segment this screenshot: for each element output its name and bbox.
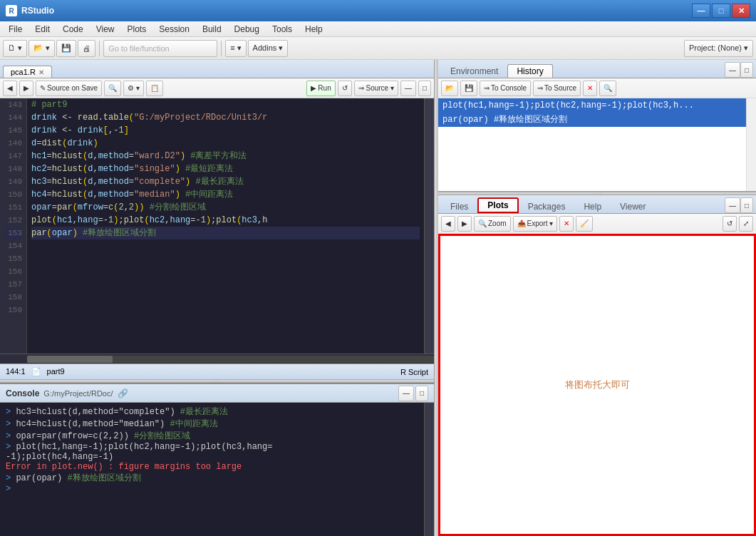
right-panel: Environment History — □ 📂 💾 ⇒ To Console <box>438 60 756 536</box>
status-file-icon: 📄 <box>31 367 41 376</box>
editor-tab-label: pca1.R <box>11 68 36 76</box>
go-to-file-button[interactable]: Go to file/function <box>103 40 217 57</box>
tab-plots[interactable]: Plots <box>477 197 518 213</box>
history-save-button[interactable]: 💾 <box>460 81 477 96</box>
menu-debug[interactable]: Debug <box>229 23 265 36</box>
minimize-console-button[interactable]: — <box>398 386 414 401</box>
app-title: RStudio <box>21 6 54 16</box>
project-button[interactable]: Project: (None) ▾ <box>684 40 753 57</box>
source-on-save-button[interactable]: ✎ Source on Save <box>36 81 102 96</box>
plots-zoom-button[interactable]: 🔍 Zoom <box>474 216 511 232</box>
window-controls[interactable]: — □ ✕ <box>692 4 750 18</box>
editor-tab-pca1[interactable]: pca1.R ✕ <box>3 66 52 78</box>
tab-files[interactable]: Files <box>441 200 477 213</box>
history-vertical-scrollbar[interactable] <box>746 98 756 191</box>
plots-back-button[interactable]: ◀ <box>441 216 455 232</box>
tab-help[interactable]: Help <box>574 200 611 213</box>
left-panel: pca1.R ✕ ◀ ▶ ✎ Source on Save 🔍 ⚙ ▾ 📋 ▶ … <box>0 60 435 536</box>
history-delete-button[interactable]: ✕ <box>583 81 597 96</box>
menu-edit[interactable]: Edit <box>29 23 56 36</box>
plots-next-button[interactable]: ⤢ <box>739 216 753 232</box>
print-button[interactable]: 🖨 <box>78 40 95 57</box>
menu-file[interactable]: File <box>3 23 28 36</box>
export-label: Export ▾ <box>527 220 554 227</box>
to-source-label: To Source <box>544 84 576 92</box>
code-content[interactable]: # part9 drink <- read.table("G:/myProjec… <box>27 98 424 354</box>
console-line: > hc4=hclust(d,method="median") #中间距离法 <box>6 418 418 430</box>
editor-tab-bar: pca1.R ✕ <box>0 60 434 78</box>
code-line: plot(hc1,hang=-1);plot(hc2,hang=-1);plot… <box>31 214 420 227</box>
menu-tools[interactable]: Tools <box>266 23 298 36</box>
history-content[interactable]: plot(hc1,hang=-1);plot(hc2,hang=-1);plot… <box>438 98 746 191</box>
tab-plots-label: Plots <box>487 200 508 210</box>
plots-delete-button[interactable]: ✕ <box>559 216 574 232</box>
plots-prev-button[interactable]: ↺ <box>723 216 737 232</box>
code-line <box>31 252 420 265</box>
minimize-plots-button[interactable]: — <box>725 197 740 213</box>
run-button[interactable]: ▶ Run <box>306 81 336 96</box>
tab-environment[interactable]: Environment <box>441 64 507 78</box>
console-line: > hc3=hclust(d,method="complete") #最长距离法 <box>6 406 418 418</box>
menu-build[interactable]: Build <box>197 23 227 36</box>
console-title: Console <box>6 388 39 398</box>
source-on-save-icon: ✎ <box>40 84 46 92</box>
maximize-console-button[interactable]: □ <box>415 386 428 401</box>
history-load-button[interactable]: 📂 <box>441 81 458 96</box>
menu-help[interactable]: Help <box>299 23 328 36</box>
console-line: > plot(hc1,hang=-1);plot(hc2,hang=-1);pl… <box>6 442 418 452</box>
console-path-icon[interactable]: 🔗 <box>118 388 128 398</box>
export-icon: 📤 <box>517 220 526 227</box>
code-line: opar=par(mfrow=c(2,2)) #分割绘图区域 <box>31 201 420 214</box>
files-plots-area: Files Plots Packages Help Viewer — □ <box>438 195 756 536</box>
maximize-plots-button[interactable]: □ <box>740 197 753 213</box>
history-line[interactable]: plot(hc1,hang=-1);plot(hc2,hang=-1);plot… <box>438 98 746 113</box>
tab-close-icon[interactable]: ✕ <box>38 68 44 76</box>
nav-back-button[interactable]: ◀ <box>3 81 17 96</box>
tab-packages[interactable]: Packages <box>519 200 575 213</box>
minimize-env-button[interactable]: — <box>725 62 740 78</box>
chunk-options-button[interactable]: ≡ ▾ <box>225 40 246 57</box>
editor-horizontal-scrollbar[interactable] <box>0 354 434 364</box>
console-line: -1);plot(hc4,hang=-1) <box>6 452 418 462</box>
line-numbers: 143144145146 147148149150 151152153 1541… <box>0 98 27 354</box>
editor-vertical-scrollbar[interactable] <box>424 98 434 354</box>
to-console-icon: ⇒ <box>484 84 490 92</box>
save-button[interactable]: 💾 <box>56 40 76 57</box>
history-line[interactable]: par(opar) #释放绘图区域分割 <box>438 113 746 127</box>
menu-plots[interactable]: Plots <box>122 23 152 36</box>
go-to-file-label: Go to file/function <box>108 44 170 53</box>
compile-button[interactable]: 📋 <box>146 81 163 96</box>
minimize-button[interactable]: — <box>692 4 710 18</box>
menu-session[interactable]: Session <box>153 23 195 36</box>
editor-content[interactable]: 143144145146 147148149150 151152153 1541… <box>0 98 424 354</box>
maximize-editor-button[interactable]: □ <box>418 81 431 96</box>
console-content-wrapper: > hc3=hclust(d,method="complete") #最长距离法… <box>0 403 434 536</box>
plots-broom-button[interactable]: 🧹 <box>576 216 593 232</box>
maximize-env-button[interactable]: □ <box>740 62 753 78</box>
history-search-button[interactable]: 🔍 <box>599 81 616 96</box>
nav-forward-button[interactable]: ▶ <box>19 81 33 96</box>
console-area: Console G:/myProject/RDoc/ 🔗 — □ > hc3=h… <box>0 383 434 536</box>
maximize-button[interactable]: □ <box>712 4 730 18</box>
close-button[interactable]: ✕ <box>732 4 750 18</box>
open-file-button[interactable]: 📂 ▾ <box>29 40 55 57</box>
plots-forward-button[interactable]: ▶ <box>457 216 472 232</box>
console-vertical-scrollbar[interactable] <box>424 403 434 536</box>
source-button[interactable]: ⇒ Source ▾ <box>354 81 398 96</box>
tab-history[interactable]: History <box>507 64 552 78</box>
to-source-button[interactable]: ⇒ To Source <box>533 81 581 96</box>
tab-viewer[interactable]: Viewer <box>611 200 655 213</box>
to-console-button[interactable]: ⇒ To Console <box>480 81 531 96</box>
separator-1 <box>99 41 100 56</box>
console-content[interactable]: > hc3=hclust(d,method="complete") #最长距离法… <box>0 403 424 536</box>
plots-export-button[interactable]: 📤 Export ▾ <box>513 216 558 232</box>
code-tools-button[interactable]: ⚙ ▾ <box>123 81 144 96</box>
menu-view[interactable]: View <box>90 23 120 36</box>
menu-code[interactable]: Code <box>57 23 89 36</box>
minimize-editor-button[interactable]: — <box>400 81 416 96</box>
rerun-button[interactable]: ↺ <box>338 81 352 96</box>
new-file-button[interactable]: 🗋 ▾ <box>3 40 27 57</box>
addins-button[interactable]: Addins ▾ <box>248 40 289 57</box>
code-line-highlighted: par(opar) #释放绘图区域分割 <box>31 227 420 239</box>
search-button[interactable]: 🔍 <box>104 81 121 96</box>
